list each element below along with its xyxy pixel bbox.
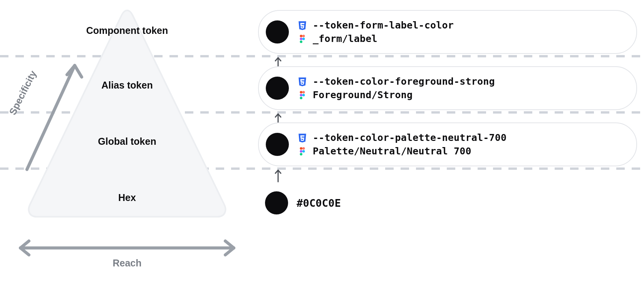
color-swatch — [266, 77, 289, 100]
svg-point-3 — [302, 35, 305, 37]
svg-point-15 — [302, 147, 305, 150]
css-token-line: --token-color-foreground-strong — [297, 76, 495, 87]
css-token-name: --token-color-foreground-strong — [313, 76, 495, 87]
svg-point-6 — [300, 40, 303, 43]
figma-icon — [297, 146, 307, 156]
token-entry-alias: --token-color-foreground-strong Foregrou… — [258, 63, 637, 119]
svg-point-17 — [302, 150, 305, 152]
tier-label-hex: Hex — [27, 192, 227, 203]
token-card: --token-color-foreground-strong Foregrou… — [258, 66, 637, 110]
token-lines: --token-color-foreground-strong Foregrou… — [297, 76, 495, 100]
css-icon — [297, 77, 307, 87]
svg-point-16 — [300, 150, 303, 152]
token-entries: --token-form-label-color _form/label — [258, 7, 637, 232]
css-token-line: --token-color-palette-neutral-700 — [297, 132, 506, 143]
axis-reach-label: Reach — [13, 258, 241, 269]
token-entry-hex: #0C0C0E — [258, 176, 637, 232]
token-lines: --token-form-label-color _form/label — [297, 20, 454, 44]
css-token-name: --token-color-palette-neutral-700 — [313, 132, 506, 143]
svg-point-14 — [300, 147, 303, 150]
svg-point-11 — [302, 94, 305, 96]
svg-point-4 — [300, 37, 303, 40]
svg-point-8 — [300, 91, 303, 94]
hex-value-line: #0C0C0E — [297, 197, 341, 209]
token-entry-global: --token-color-palette-neutral-700 Palett… — [258, 119, 637, 176]
tier-label-global: Global token — [27, 136, 227, 147]
color-swatch — [265, 191, 288, 214]
svg-point-5 — [302, 37, 305, 40]
token-pyramid: Component token Alias token Global token… — [27, 8, 227, 219]
svg-point-10 — [300, 94, 303, 96]
token-card: --token-form-label-color _form/label — [258, 10, 637, 54]
figma-token-name: _form/label — [313, 33, 377, 44]
figma-token-name: Foreground/Strong — [313, 89, 413, 100]
figma-token-name: Palette/Neutral/Neutral 700 — [313, 146, 471, 157]
token-lines: #0C0C0E — [297, 197, 341, 209]
token-lines: --token-color-palette-neutral-700 Palett… — [297, 132, 506, 157]
css-token-name: --token-form-label-color — [313, 20, 454, 31]
color-swatch — [266, 133, 289, 156]
token-entry-component: --token-form-label-color _form/label — [258, 7, 637, 63]
token-card: --token-color-palette-neutral-700 Palett… — [258, 122, 637, 166]
svg-point-12 — [300, 97, 303, 99]
figma-token-line: Foreground/Strong — [297, 89, 495, 100]
diagram-stage: Component token Alias token Global token… — [0, 0, 644, 298]
figma-icon — [297, 90, 307, 100]
tier-label-alias: Alias token — [27, 80, 227, 91]
figma-token-line: Palette/Neutral/Neutral 700 — [297, 146, 506, 157]
figma-icon — [297, 34, 307, 44]
figma-token-line: _form/label — [297, 33, 454, 44]
svg-point-18 — [300, 153, 303, 156]
css-icon — [297, 20, 307, 30]
axis-reach: Reach — [13, 236, 241, 271]
css-icon — [297, 133, 307, 143]
token-card: #0C0C0E — [258, 183, 637, 223]
svg-point-2 — [300, 35, 303, 37]
color-swatch — [266, 20, 289, 44]
hex-value: #0C0C0E — [297, 197, 341, 209]
tier-label-component: Component token — [27, 25, 227, 36]
svg-point-9 — [302, 91, 305, 94]
css-token-line: --token-form-label-color — [297, 20, 454, 31]
